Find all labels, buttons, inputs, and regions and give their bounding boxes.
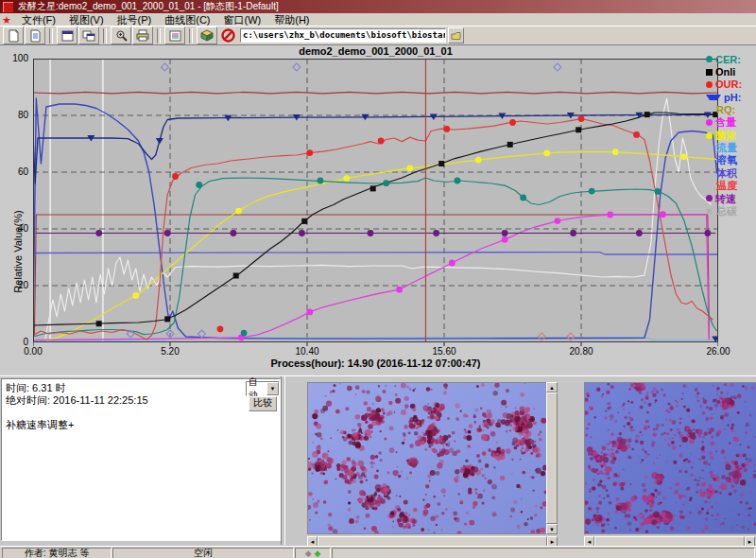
new-file-button[interactable] [3, 26, 24, 44]
note-abs-time: 绝对时间: 2016-11-11 22:25:15 [6, 394, 276, 407]
toolbar-separator [103, 28, 107, 44]
menu-item-视图[interactable]: 视图(V) [62, 14, 111, 26]
status-spacer [332, 548, 755, 558]
legend-label: pH: [724, 92, 741, 103]
chart-legend: CER:OnliOUR:pH:RQ:含量菌浓流量溶氧体积温度转速×总碳 [706, 53, 756, 218]
indicator-diamond-green: ◆ [314, 549, 320, 558]
note-time: 时间: 6.31 时 [6, 382, 276, 394]
x-tick-20.80: 20.80 [560, 346, 602, 357]
panel-divider[interactable] [281, 376, 285, 545]
open-file-icon [29, 29, 42, 43]
chevron-down-icon[interactable]: ▼ [266, 382, 279, 395]
menu-items: 文件(F)视图(V)批号(P)曲线图(C)窗口(W)帮助(H) [15, 13, 317, 26]
path-browse-button[interactable] [448, 27, 464, 44]
legend-marker-triangle-down [706, 95, 721, 100]
legend-marker-circle [706, 81, 713, 88]
menu-item-曲线图[interactable]: 曲线图(C) [158, 14, 216, 26]
print-button[interactable] [132, 26, 153, 44]
legend-item-总碳: ×总碳 [706, 205, 756, 218]
y-tick-20: 20 [2, 280, 28, 290]
legend-label: OUR: [715, 78, 742, 90]
legend-label: 体积 [716, 167, 737, 180]
legend-marker-x: × [706, 207, 713, 215]
legend-label: Onli [715, 66, 735, 78]
status-indicators: ◆ ◆ [295, 548, 331, 558]
bottom-section: 时间: 6.31 时 绝对时间: 2016-11-11 22:25:15 补糖速… [0, 375, 756, 546]
legend-label: CER: [715, 54, 741, 65]
print-icon [136, 29, 149, 42]
legend-label: 总碳 [716, 205, 737, 218]
chart-panel: demo2_demo_001_2000_01_01 Relative Value… [0, 45, 756, 375]
stop-button[interactable] [218, 27, 237, 44]
window-icon [61, 30, 74, 42]
package-icon [200, 29, 214, 42]
menu-bar: ★ 文件(F)视图(V)批号(P)曲线图(C)窗口(W)帮助(H) [0, 13, 756, 26]
status-state: 空闲 [112, 548, 294, 558]
legend-label: 温度 [716, 180, 737, 192]
y-tick-40: 40 [2, 223, 28, 234]
legend-item-溶氧: 溶氧 [706, 154, 756, 166]
legend-item-温度: 温度 [706, 180, 756, 192]
menu-item-文件[interactable]: 文件(F) [15, 14, 62, 26]
x-tick-5.20: 5.20 [149, 346, 191, 357]
y-tick-80: 80 [2, 110, 28, 120]
curve-list-button[interactable] [164, 26, 185, 44]
legend-item-转速: 转速 [706, 192, 756, 204]
vertical-scrollbar-thumb[interactable] [546, 392, 558, 524]
windows-icon [82, 30, 95, 42]
application-window: { "window": {"title": "发酵之星:demo2_demo_0… [0, 0, 756, 558]
legend-item-OUR: OUR: [706, 78, 756, 91]
legend-item-体积: 体积 [706, 167, 756, 180]
legend-label: 含量 [715, 116, 736, 129]
note-comment: 补糖速率调整+ [6, 419, 276, 431]
legend-item-Onli: Onli [706, 65, 756, 78]
scroll-up-button[interactable]: ▲ [546, 382, 558, 392]
x-axis-label: Process(hour): 14.90 (2016-11-12 07:00:4… [33, 357, 718, 369]
new-file-icon [8, 29, 20, 43]
legend-marker-square [706, 69, 713, 76]
chart-plot[interactable] [33, 59, 718, 348]
toolbar-separator [49, 28, 53, 44]
curve-list-icon [169, 30, 181, 42]
toolbar-separator [157, 28, 161, 44]
legend-item-RQ: RQ: [706, 104, 756, 116]
no-entry-icon [221, 28, 235, 43]
windows-tile-button[interactable] [78, 26, 99, 44]
zoom-button[interactable] [111, 26, 131, 44]
legend-label: 转速 [715, 192, 736, 204]
x-tick-15.60: 15.60 [423, 346, 465, 357]
legend-label: 菌浓 [715, 129, 736, 141]
legend-label: 溶氧 [716, 154, 737, 166]
mode-dropdown[interactable]: 自动 ▼ [246, 381, 280, 396]
package-button[interactable] [197, 26, 217, 44]
vertical-scrollbar[interactable]: ▲ ▼ [546, 382, 558, 534]
path-input[interactable]: c:\users\zhx_b\documents\biosoft\biostar… [240, 28, 446, 43]
open-file-button[interactable] [25, 26, 45, 44]
legend-item-菌浓: 菌浓 [706, 129, 756, 141]
compare-button[interactable]: 比较 [249, 396, 277, 411]
legend-marker-circle [706, 195, 713, 201]
menu-item-批号[interactable]: 批号(P) [111, 14, 159, 26]
legend-item-CER: CER: [706, 53, 756, 65]
legend-label: RQ: [716, 104, 735, 115]
legend-label: 流量 [716, 142, 737, 154]
legend-item-pH: pH: [706, 91, 756, 103]
path-browse-icon [451, 31, 461, 41]
child-window-star-icon[interactable]: ★ [2, 13, 11, 26]
y-tick-60: 60 [2, 166, 28, 177]
app-icon[interactable] [2, 1, 14, 13]
title-bar[interactable]: 发酵之星:demo2_demo_001_2000_01_01 - [静态图-1-… [0, 0, 756, 13]
toolbar: c:\users\zhx_b\documents\biosoft\biostar… [0, 26, 756, 45]
menu-item-窗口[interactable]: 窗口(W) [217, 14, 268, 26]
x-tick-0.00: 0.00 [12, 346, 54, 357]
microscopy-image-left [307, 382, 547, 534]
x-tick-10.40: 10.40 [286, 346, 328, 357]
legend-marker-circle [706, 56, 713, 62]
menu-item-帮助[interactable]: 帮助(H) [267, 14, 316, 26]
y-tick-100: 100 [2, 53, 28, 63]
indicator-diamond-gray: ◆ [305, 549, 312, 558]
legend-item-流量: 流量 [706, 142, 756, 154]
zoom-icon [115, 29, 128, 42]
scroll-down-button[interactable]: ▼ [546, 524, 558, 534]
window-button[interactable] [57, 26, 77, 44]
